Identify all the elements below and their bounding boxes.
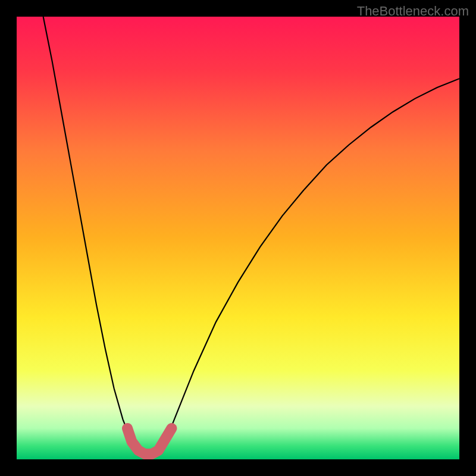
chart-curves xyxy=(17,17,459,459)
optimal-zone-highlight xyxy=(127,428,171,454)
chart-frame xyxy=(17,17,459,459)
bottleneck-curve xyxy=(43,17,459,455)
watermark-label: TheBottleneck.com xyxy=(357,4,469,19)
